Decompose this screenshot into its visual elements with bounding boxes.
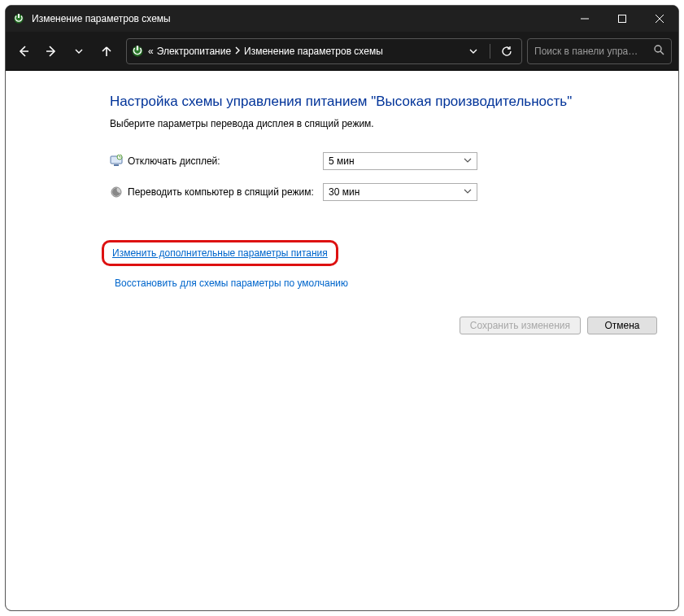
sleep-label: Переводить компьютер в спящий режим:: [128, 186, 323, 198]
refresh-button[interactable]: [495, 40, 518, 63]
chevron-down-icon: [464, 155, 472, 167]
svg-line-11: [660, 51, 664, 55]
divider: [490, 44, 490, 59]
address-dropdown-button[interactable]: [462, 40, 485, 63]
advanced-settings-link[interactable]: Изменить дополнительные параметры питани…: [112, 247, 328, 259]
window-title: Изменение параметров схемы: [32, 13, 566, 24]
svg-rect-13: [114, 164, 119, 166]
content-area: Настройка схемы управления питанием "Выс…: [6, 71, 678, 610]
display-off-label: Отключать дисплей:: [128, 155, 323, 167]
svg-rect-3: [619, 15, 626, 23]
sleep-value: 30 мин: [329, 186, 359, 198]
power-options-icon: [130, 44, 145, 59]
svg-rect-9: [137, 46, 138, 50]
cancel-button[interactable]: Отмена: [587, 317, 657, 334]
display-off-dropdown[interactable]: 5 мин: [323, 152, 477, 170]
titlebar: Изменение параметров схемы: [6, 6, 678, 32]
up-button[interactable]: [95, 40, 118, 63]
restore-defaults-link[interactable]: Восстановить для схемы параметры по умол…: [115, 277, 348, 289]
maximize-button[interactable]: [603, 6, 641, 32]
svg-point-10: [655, 46, 661, 52]
back-button[interactable]: [12, 40, 35, 63]
page-title: Настройка схемы управления питанием "Выс…: [110, 94, 575, 110]
display-off-value: 5 мин: [329, 155, 355, 167]
dialog-button-bar: Сохранить изменения Отмена: [6, 307, 678, 344]
svg-rect-1: [18, 14, 20, 18]
breadcrumb-item-power[interactable]: Электропитание: [157, 46, 231, 57]
breadcrumb-item-edit-plan[interactable]: Изменение параметров схемы: [244, 46, 383, 57]
search-box[interactable]: [527, 38, 672, 64]
chevron-right-icon[interactable]: [234, 46, 241, 57]
recent-locations-button[interactable]: [68, 40, 90, 63]
breadcrumb-prefix: «: [148, 46, 154, 57]
search-input[interactable]: [534, 46, 647, 57]
close-button[interactable]: [641, 6, 678, 32]
minimize-button[interactable]: [566, 6, 603, 32]
nav-toolbar: « Электропитание Изменение параметров сх…: [6, 32, 678, 71]
annotation-highlight: Изменить дополнительные параметры питани…: [102, 240, 338, 266]
save-button: Сохранить изменения: [460, 317, 581, 334]
power-options-icon: [12, 12, 25, 25]
search-icon[interactable]: [653, 44, 664, 58]
sleep-dropdown[interactable]: 30 мин: [323, 183, 477, 201]
chevron-down-icon: [464, 186, 472, 198]
sleep-icon: [110, 186, 123, 199]
page-instruction: Выберите параметры перевода дисплея в сп…: [110, 118, 575, 129]
display-icon: [110, 155, 123, 168]
forward-button[interactable]: [40, 40, 63, 63]
address-bar[interactable]: « Электропитание Изменение параметров сх…: [126, 38, 522, 64]
window-frame: Изменение параметров схемы: [5, 5, 679, 611]
